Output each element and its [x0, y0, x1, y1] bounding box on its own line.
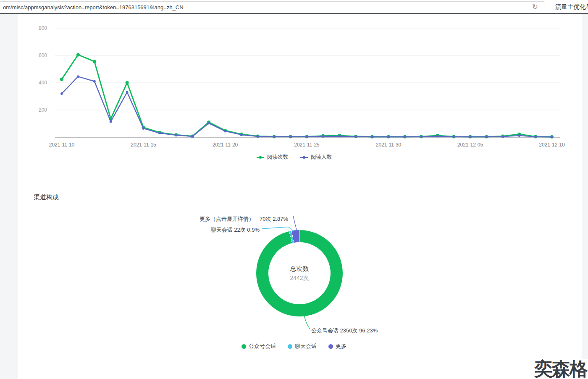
- legend-item-阅读人数[interactable]: 阅读人数: [300, 154, 332, 161]
- donut-center: 总次数 2442次: [268, 242, 331, 304]
- callout-official-session: 公众号会话 2350次 96.23%: [311, 327, 378, 335]
- legend-dot-icon: [242, 344, 246, 349]
- donut-legend-item-更多[interactable]: 更多: [328, 342, 346, 350]
- legend-dot-icon: [328, 344, 333, 349]
- legend-marker-icon: [256, 155, 265, 159]
- callout-chat: 聊天会话 22次 0.9%: [0, 226, 260, 234]
- legend-label: 阅读次数: [267, 154, 288, 161]
- svg-text:600: 600: [39, 52, 47, 58]
- callout-more[interactable]: 更多（点击展开详情） 70次 2.87%: [0, 215, 288, 223]
- leader-line-official: [304, 314, 310, 329]
- page-title: 流量主优化显: [555, 3, 588, 11]
- browser-topbar: ↻ 流量主优化显: [0, 0, 588, 14]
- refresh-icon[interactable]: ↻: [532, 2, 538, 12]
- svg-text:200: 200: [39, 107, 47, 113]
- url-bar: ↻: [0, 1, 544, 12]
- url-input[interactable]: [2, 2, 520, 13]
- svg-text:2021-11-20: 2021-11-20: [213, 142, 238, 148]
- line-chart-legend: 阅读次数阅读人数: [0, 154, 588, 161]
- svg-text:2021-11-15: 2021-11-15: [131, 142, 156, 148]
- legend-label: 公众号会话: [249, 342, 276, 350]
- svg-text:2021-11-25: 2021-11-25: [294, 142, 320, 148]
- legend-label: 聊天会话: [295, 342, 317, 350]
- donut-center-value: 2442次: [290, 274, 309, 282]
- svg-text:2021-12-10: 2021-12-10: [539, 142, 565, 148]
- legend-item-阅读次数[interactable]: 阅读次数: [256, 154, 288, 161]
- svg-text:2021-12-05: 2021-12-05: [457, 142, 483, 148]
- donut-center-label: 总次数: [290, 265, 309, 273]
- svg-text:800: 800: [39, 25, 47, 31]
- donut-legend: 公众号会话聊天会话更多: [0, 342, 588, 350]
- legend-label: 阅读人数: [311, 154, 332, 161]
- read-trend-line-chart: 2004006008002021-11-102021-11-152021-11-…: [0, 14, 588, 152]
- legend-dot-icon: [288, 344, 292, 349]
- donut-legend-item-聊天会话[interactable]: 聊天会话: [288, 342, 317, 350]
- page: ↻ 流量主优化显 2004006008002021-11-102021-11-1…: [0, 0, 588, 379]
- svg-text:2021-11-10: 2021-11-10: [49, 142, 75, 148]
- legend-label: 更多: [336, 342, 346, 350]
- section-title-channel: 渠道构成: [34, 193, 59, 201]
- leader-line-more: [293, 216, 297, 231]
- legend-marker-icon: [300, 155, 308, 159]
- watermark-logo: 奕森格: [534, 359, 588, 379]
- donut-legend-item-公众号会话[interactable]: 公众号会话: [242, 342, 276, 350]
- svg-text:2021-11-30: 2021-11-30: [376, 142, 402, 148]
- svg-text:400: 400: [39, 80, 47, 86]
